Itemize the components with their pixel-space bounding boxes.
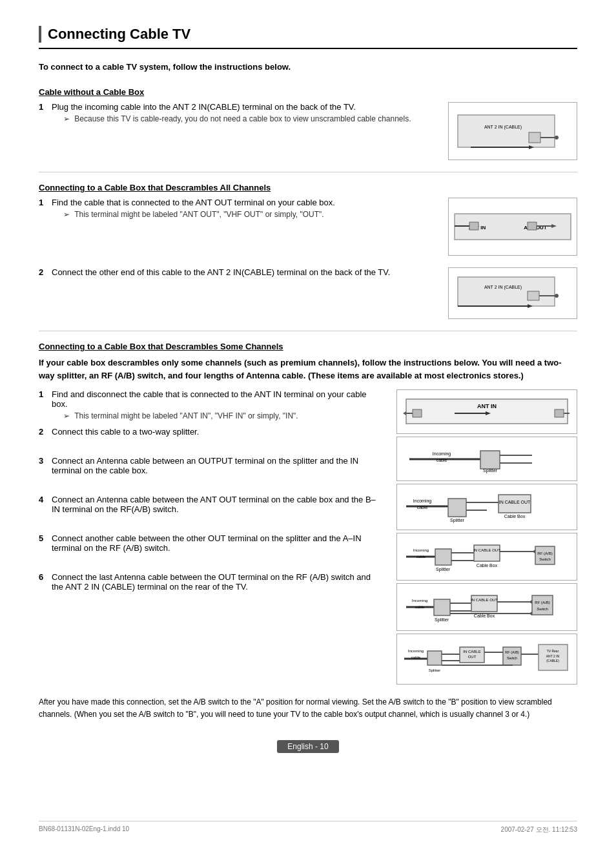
step-content: Connect another cable between the other … [52,533,381,553]
svg-text:Switch: Switch [507,656,517,660]
svg-text:Splitter: Splitter [450,518,464,523]
step-content: Connect this cable to a two-way splitter… [52,427,381,437]
section3-intro: If your cable box descrambles only some … [39,356,577,382]
step-content: Find and disconnect the cable that is co… [52,389,381,420]
svg-rect-17 [528,291,539,300]
intro-text: To connect to a cable TV system, follow … [39,62,577,72]
step-num: 1 [39,198,52,207]
step-text: Connect this cable to a two-way splitter… [52,427,381,437]
footer-text: After you have made this connection, set… [39,696,577,721]
section3-step1: 1 Find and disconnect the cable that is … [39,389,381,420]
section1-title: Cable without a Cable Box [39,87,577,97]
svg-text:cable: cable [416,555,426,559]
section3-step3: 3 Connect an Antenna cable between an OU… [39,456,381,475]
step-text: Connect an Antenna cable between the ANT… [52,495,381,514]
section3-diagrams: ANT IN [396,389,577,685]
section2-step2-row: 2 Connect the other end of this cable to… [39,267,577,319]
svg-text:Incoming: Incoming [408,649,424,653]
svg-text:IN CABLE OUT: IN CABLE OUT [499,500,531,504]
step-note: ➢ This terminal might be labeled "ANT IN… [63,411,381,420]
step-content: Plug the incoming cable into the ANT 2 I… [52,102,435,123]
svg-text:TV Rear: TV Rear [547,649,559,653]
section2: Connecting to a Cable Box that Descrambl… [39,183,577,319]
section1-text: 1 Plug the incoming cable into the ANT 2… [39,102,435,129]
svg-text:RF (A/B): RF (A/B) [505,650,519,654]
step-content: Connect an Antenna cable between the ANT… [52,495,381,514]
step-text: Find and disconnect the cable that is co… [52,389,381,409]
svg-text:Incoming: Incoming [413,499,432,504]
svg-rect-81 [427,651,442,665]
section2-title: Connecting to a Cable Box that Descrambl… [39,183,577,192]
svg-text:Splitter: Splitter [435,617,449,623]
diagram2b-svg: ANT 2 IN (CABLE) [451,271,574,316]
svg-rect-24 [413,409,422,417]
section3-title: Connecting to a Cable Box that Descrambl… [39,342,577,351]
svg-text:Splitter: Splitter [483,468,497,473]
svg-text:Switch: Switch [539,557,551,561]
svg-text:Splitter: Splitter [429,668,441,672]
diagram-d1: ANT IN [396,389,577,434]
step-num: 3 [39,456,52,466]
diagram-d2: Splitter Incoming cable [396,437,577,481]
page-header: Connecting Cable TV [39,26,577,49]
diagram-d5: Splitter IN CABLE OUT Cable Box RF (A/B)… [396,583,577,631]
svg-rect-10 [469,222,478,230]
svg-text:RF (A/B): RF (A/B) [537,552,552,555]
svg-text:Switch: Switch [537,607,548,611]
diagram1-svg: ANT 2 IN (CABLE) [451,105,574,157]
section1-step1: 1 Plug the incoming cable into the ANT 2… [39,102,435,123]
section3-steps-text: 1 Find and disconnect the cable that is … [39,389,381,685]
page-title: Connecting Cable TV [48,26,190,43]
svg-text:cable: cable [417,505,428,510]
diagram-d4: Splitter IN CABLE OUT Cable Box RF (A/B)… [396,533,577,581]
svg-text:cable: cable [436,458,447,462]
svg-text:Incoming: Incoming [413,548,429,552]
svg-marker-26 [403,411,406,415]
svg-text:ANT IN: ANT IN [477,403,497,409]
page-number-badge: English - 10 [277,740,338,753]
svg-marker-75 [529,600,532,604]
section3: Connecting to a Cable Box that Descrambl… [39,342,577,685]
svg-text:ANT 2 IN (CABLE): ANT 2 IN (CABLE) [484,285,522,290]
section2-text2: 2 Connect the other end of this cable to… [39,267,435,282]
section1-content: 1 Plug the incoming cable into the ANT 2… [39,102,577,160]
svg-text:RF (A/B): RF (A/B) [535,601,549,604]
section3-step4: 4 Connect an Antenna cable between the A… [39,495,381,514]
diagram2b: ANT 2 IN (CABLE) [448,267,577,319]
svg-text:Incoming: Incoming [433,451,451,457]
step-note: ➢ This terminal might be labeled "ANT OU… [63,210,435,219]
diagram-d3: Splitter IN CABLE OUT Cable Box Incoming… [396,484,577,530]
svg-text:IN CABLE: IN CABLE [463,650,480,654]
svg-text:Cable Box: Cable Box [477,563,498,568]
section3-step2: 2 Connect this cable to a two-way splitt… [39,427,381,437]
section3-steps: 1 Find and disconnect the cable that is … [39,389,577,685]
svg-rect-27 [555,409,564,417]
step-text: Connect the other end of this cable to t… [52,267,435,277]
svg-rect-11 [528,222,537,230]
section2-step1-row: 1 Find the cable that is connected to th… [39,198,577,256]
svg-text:ANT 2 IN: ANT 2 IN [546,654,560,658]
svg-text:Splitter: Splitter [436,567,450,572]
svg-marker-60 [532,550,535,553]
svg-text:Cable Box: Cable Box [474,614,495,618]
diagram2a: ANT IN ANT OUT [448,198,577,256]
svg-text:IN CABLE OUT: IN CABLE OUT [471,598,498,602]
section3-step5: 5 Connect another cable between the othe… [39,533,381,553]
step-num: 1 [39,102,52,112]
step-num: 1 [39,389,52,399]
section1: Cable without a Cable Box 1 Plug the inc… [39,87,577,160]
svg-text:Cable Box: Cable Box [504,514,526,519]
page-footer: English - 10 [39,734,577,753]
svg-text:IN CABLE OUT: IN CABLE OUT [473,548,500,552]
step-num: 2 [39,267,52,277]
svg-rect-49 [435,549,451,565]
section2-step2: 2 Connect the other end of this cable to… [39,267,435,277]
svg-rect-53 [474,545,500,561]
section3-step6: 6 Connect the last Antenna cable between… [39,572,381,592]
svg-point-19 [555,294,559,298]
bottom-bar: BN68-01131N-02Eng-1.indd 10 2007-02-27 오… [39,821,577,834]
svg-rect-2 [529,132,540,143]
svg-point-4 [555,136,559,139]
diagram-d6: Splitter IN CABLE OUT RF (A/B) Switch [396,634,577,685]
diagram1: ANT 2 IN (CABLE) [448,102,577,160]
